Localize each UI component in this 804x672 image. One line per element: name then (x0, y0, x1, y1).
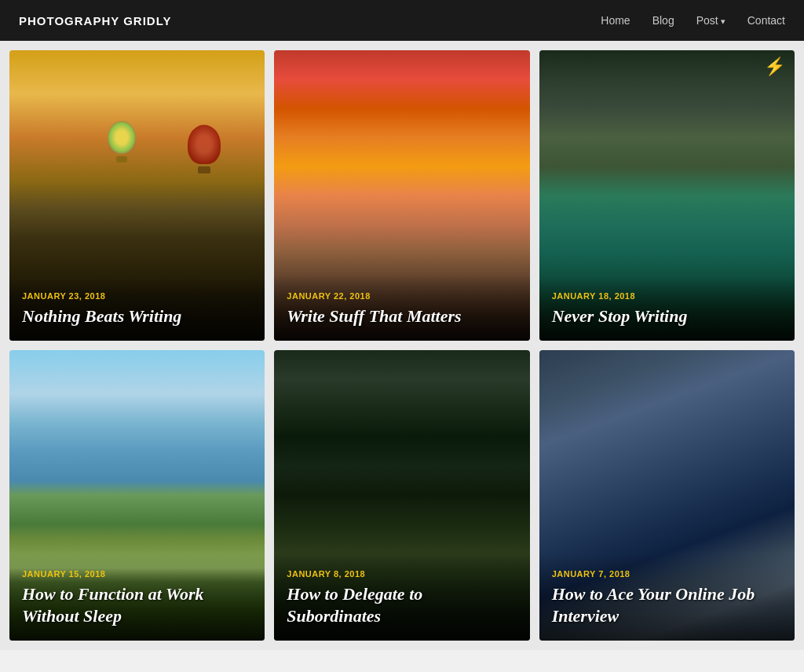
card-overlay-2: JANUARY 22, 2018 Write Stuff That Matter… (274, 276, 529, 341)
navbar: PHOTOGRAPHY GRIDLY Home Blog Post Contac… (0, 0, 804, 41)
nav-blog[interactable]: Blog (652, 14, 674, 27)
nav-post[interactable]: Post (696, 14, 725, 27)
card-overlay-4: JANUARY 15, 2018 How to Function at Work… (9, 553, 265, 641)
blog-card-6[interactable]: JANUARY 7, 2018 How to Ace Your Online J… (539, 350, 795, 641)
card-date-3: JANUARY 18, 2018 (552, 291, 782, 301)
card-date-1: JANUARY 23, 2018 (22, 291, 252, 301)
card-date-2: JANUARY 22, 2018 (287, 291, 517, 301)
card-title-6: How to Ace Your Online Job Interview (552, 583, 782, 628)
card-overlay-5: JANUARY 8, 2018 How to Delegate to Subor… (274, 553, 529, 641)
blog-card-5[interactable]: JANUARY 8, 2018 How to Delegate to Subor… (274, 350, 529, 641)
lightning-icon: ⚡ (764, 57, 785, 77)
card-title-1: Nothing Beats Writing (22, 305, 252, 328)
blog-card-4[interactable]: JANUARY 15, 2018 How to Function at Work… (9, 350, 265, 641)
blog-card-2[interactable]: JANUARY 22, 2018 Write Stuff That Matter… (274, 50, 529, 341)
card-overlay-6: JANUARY 7, 2018 How to Ace Your Online J… (539, 553, 795, 641)
balloon2-icon (182, 125, 225, 176)
card-date-6: JANUARY 7, 2018 (552, 569, 782, 579)
nav-contact[interactable]: Contact (747, 14, 785, 27)
site-logo[interactable]: PHOTOGRAPHY GRIDLY (19, 14, 171, 27)
card-overlay-3: JANUARY 18, 2018 Never Stop Writing (539, 276, 795, 341)
nav-home[interactable]: Home (601, 14, 630, 27)
card-title-3: Never Stop Writing (552, 305, 782, 328)
card-title-2: Write Stuff That Matters (287, 305, 517, 328)
blog-grid: JANUARY 23, 2018 Nothing Beats Writing J… (0, 41, 804, 650)
nav-menu: Home Blog Post Contact (601, 13, 785, 27)
card-title-5: How to Delegate to Subordinates (287, 583, 517, 628)
blog-card-3[interactable]: ⚡ JANUARY 18, 2018 Never Stop Writing (539, 50, 795, 341)
card-overlay-1: JANUARY 23, 2018 Nothing Beats Writing (9, 276, 265, 341)
card-date-5: JANUARY 8, 2018 (287, 569, 517, 579)
card-title-4: How to Function at Work Without Sleep (22, 583, 252, 628)
card-date-4: JANUARY 15, 2018 (22, 569, 252, 579)
balloon-icon (104, 121, 139, 164)
blog-card-1[interactable]: JANUARY 23, 2018 Nothing Beats Writing (9, 50, 265, 341)
